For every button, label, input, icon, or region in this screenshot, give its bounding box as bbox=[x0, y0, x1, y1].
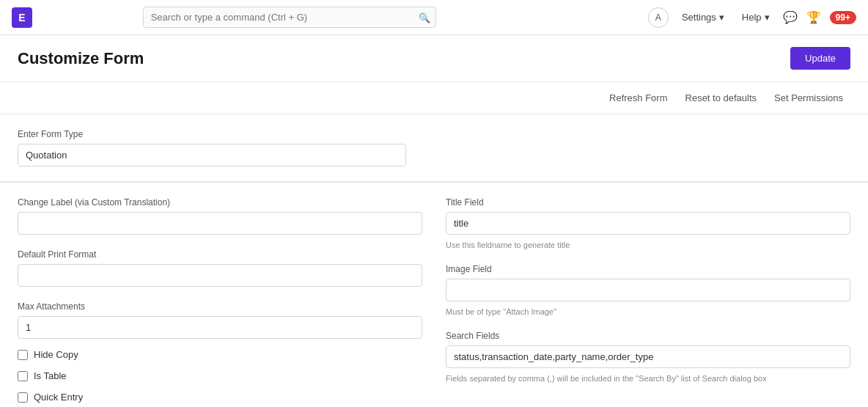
form-row-1: Change Label (via Custom Translation) De… bbox=[18, 197, 850, 403]
update-button[interactable]: Update bbox=[790, 47, 850, 70]
trophy-icon[interactable]: 🏆 bbox=[806, 10, 821, 24]
quick-entry-checkbox[interactable] bbox=[18, 392, 28, 403]
default-print-format-group: Default Print Format bbox=[18, 249, 422, 287]
quick-entry-group: Quick Entry bbox=[18, 392, 422, 403]
hide-copy-group: Hide Copy bbox=[18, 349, 422, 360]
search-fields-hint: Fields separated by comma (,) will be in… bbox=[446, 374, 850, 383]
is-table-group: Is Table bbox=[18, 370, 422, 381]
reset-to-defaults-button[interactable]: Reset to defaults bbox=[678, 88, 765, 108]
image-field-group: Image Field Must be of type "Attach Imag… bbox=[446, 264, 850, 316]
left-column: Change Label (via Custom Translation) De… bbox=[18, 197, 422, 403]
title-field-group: Title Field Use this fieldname to genera… bbox=[446, 197, 850, 249]
is-table-checkbox[interactable] bbox=[18, 371, 28, 381]
app-icon[interactable]: E bbox=[12, 7, 32, 28]
image-field-input[interactable] bbox=[446, 279, 850, 301]
hide-copy-label[interactable]: Hide Copy bbox=[34, 349, 78, 360]
quick-entry-label[interactable]: Quick Entry bbox=[34, 392, 83, 403]
title-field-hint: Use this fieldname to generate title bbox=[446, 241, 850, 249]
default-print-format-input[interactable] bbox=[18, 264, 422, 287]
right-column: Title Field Use this fieldname to genera… bbox=[446, 197, 850, 403]
settings-button[interactable]: Settings ▾ bbox=[677, 9, 729, 26]
search-bar-container: 🔍 bbox=[143, 7, 436, 28]
notification-badge[interactable]: 99+ bbox=[830, 11, 856, 24]
search-fields-input[interactable] bbox=[446, 345, 850, 368]
page-header: Customize Form Update bbox=[0, 35, 868, 82]
change-label-label: Change Label (via Custom Translation) bbox=[18, 197, 422, 208]
form-toolbar: Refresh Form Reset to defaults Set Permi… bbox=[0, 82, 868, 114]
search-fields-label: Search Fields bbox=[446, 331, 850, 341]
help-button[interactable]: Help ▾ bbox=[738, 9, 774, 26]
page-title: Customize Form bbox=[18, 49, 144, 68]
refresh-form-button[interactable]: Refresh Form bbox=[602, 88, 674, 108]
hide-copy-checkbox[interactable] bbox=[18, 350, 28, 360]
set-permissions-button[interactable]: Set Permissions bbox=[767, 88, 850, 108]
form-type-input[interactable] bbox=[18, 144, 406, 166]
chat-icon[interactable]: 💬 bbox=[783, 10, 798, 24]
chevron-down-icon: ▾ bbox=[719, 12, 724, 23]
form-section: Change Label (via Custom Translation) De… bbox=[0, 183, 868, 407]
form-type-section: Enter Form Type bbox=[0, 114, 868, 182]
default-print-format-label: Default Print Format bbox=[18, 249, 422, 260]
form-type-label: Enter Form Type bbox=[18, 129, 850, 139]
search-icon: 🔍 bbox=[419, 12, 430, 23]
search-input[interactable] bbox=[143, 7, 436, 28]
avatar: A bbox=[648, 7, 669, 28]
title-field-input[interactable] bbox=[446, 212, 850, 235]
change-label-group: Change Label (via Custom Translation) bbox=[18, 197, 422, 235]
image-field-label: Image Field bbox=[446, 264, 850, 274]
is-table-label[interactable]: Is Table bbox=[34, 370, 67, 381]
top-navigation: E 🔍 A Settings ▾ Help ▾ 💬 🏆 99+ bbox=[0, 0, 868, 35]
max-attachments-label: Max Attachments bbox=[18, 301, 422, 312]
search-fields-group: Search Fields Fields separated by comma … bbox=[446, 331, 850, 383]
image-field-hint: Must be of type "Attach Image" bbox=[446, 307, 850, 316]
main-content: Refresh Form Reset to defaults Set Permi… bbox=[0, 82, 868, 407]
change-label-input[interactable] bbox=[18, 212, 422, 235]
nav-right: A Settings ▾ Help ▾ 💬 🏆 99+ bbox=[648, 7, 856, 28]
title-field-label: Title Field bbox=[446, 197, 850, 208]
max-attachments-group: Max Attachments bbox=[18, 301, 422, 339]
max-attachments-input[interactable] bbox=[18, 316, 422, 339]
chevron-down-icon: ▾ bbox=[765, 12, 770, 23]
